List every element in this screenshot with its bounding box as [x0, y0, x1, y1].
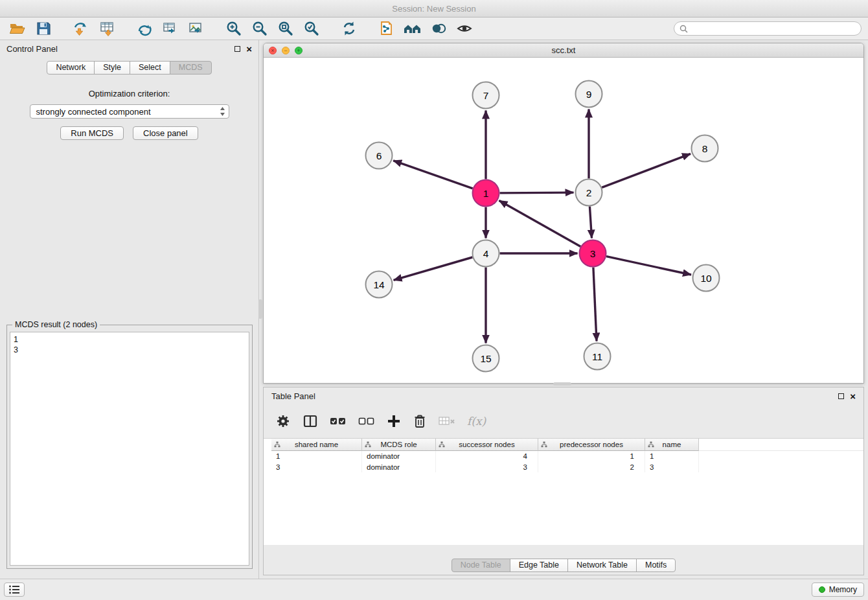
tab-network[interactable]: Network [47, 61, 95, 75]
zoom-window-icon[interactable]: + [295, 47, 303, 54]
graph-edge-1-2[interactable] [500, 192, 574, 193]
svg-text:2: 2 [586, 187, 592, 198]
zoom-in-icon[interactable] [223, 19, 245, 38]
graph-node-3[interactable]: 3 [580, 240, 606, 267]
network-file-icon[interactable] [376, 19, 398, 38]
column-header-shared-name[interactable]: shared name [271, 439, 362, 451]
delete-column-icon[interactable] [413, 413, 427, 429]
mcds-result-text[interactable]: 1 3 [10, 332, 249, 566]
import-table-icon[interactable] [96, 19, 118, 38]
network-view-window: scc.txt × − + 7968124314101511 [263, 43, 864, 384]
cell-MCDS-role[interactable]: dominator [362, 451, 436, 462]
svg-text:8: 8 [702, 143, 708, 154]
memory-button[interactable]: Memory [812, 583, 864, 597]
search-input[interactable] [691, 24, 856, 33]
mcds-result-box: MCDS result (2 nodes) 1 3 [6, 320, 253, 569]
open-file-icon[interactable] [6, 19, 29, 38]
save-session-icon[interactable] [32, 19, 54, 38]
optimization-dropdown[interactable]: strongly connected component [30, 104, 229, 119]
table-row[interactable]: 1dominator411 [271, 451, 863, 462]
graph-edge-3-10[interactable] [606, 257, 691, 275]
tab-mcds[interactable]: MCDS [170, 61, 212, 75]
network-canvas[interactable]: 7968124314101511 [264, 58, 863, 383]
table-panel-header: Table Panel × [264, 387, 863, 404]
vertical-splitter-handle[interactable] [258, 299, 262, 319]
control-panel-title: Control Panel [6, 44, 58, 54]
svg-text:3: 3 [590, 248, 596, 259]
graph-edge-3-11[interactable] [593, 268, 597, 341]
zoom-selected-icon[interactable] [301, 19, 323, 38]
control-panel-tabs: NetworkStyleSelectMCDS [0, 61, 258, 75]
graph-node-4[interactable]: 4 [473, 240, 499, 267]
cell-predecessor-nodes[interactable]: 2 [538, 462, 645, 473]
tab-motifs[interactable]: Motifs [636, 559, 676, 572]
close-window-icon[interactable]: × [269, 47, 277, 54]
task-history-button[interactable] [4, 583, 25, 597]
cell-predecessor-nodes[interactable]: 1 [538, 451, 645, 462]
graph-node-14[interactable]: 14 [366, 271, 393, 298]
search-box[interactable] [674, 21, 862, 36]
zoom-fit-icon[interactable] [275, 19, 297, 38]
tab-node-table[interactable]: Node Table [451, 559, 510, 572]
cell-name[interactable]: 1 [645, 451, 699, 462]
cell-MCDS-role[interactable]: dominator [362, 462, 436, 473]
deselect-all-columns-icon[interactable] [358, 415, 375, 427]
tab-network-table[interactable]: Network Table [567, 559, 637, 572]
column-header-successor-nodes[interactable]: successor nodes [436, 439, 538, 451]
tab-edge-table[interactable]: Edge Table [510, 559, 568, 572]
minimize-window-icon[interactable]: − [282, 47, 290, 54]
graph-node-8[interactable]: 8 [692, 135, 718, 162]
graph-edge-2-8[interactable] [602, 154, 691, 187]
memory-status-icon [819, 586, 825, 593]
column-header-MCDS-role[interactable]: MCDS role [362, 439, 436, 451]
close-panel-icon[interactable]: × [246, 44, 252, 54]
column-header-name[interactable]: name [645, 439, 699, 451]
tab-style[interactable]: Style [94, 61, 130, 75]
graph-node-10[interactable]: 10 [693, 265, 720, 292]
graph-node-2[interactable]: 2 [576, 179, 602, 206]
show-columns-icon[interactable] [303, 413, 318, 429]
float-panel-icon[interactable] [234, 46, 240, 52]
import-network-icon[interactable] [70, 19, 92, 38]
memory-label: Memory [829, 585, 857, 594]
close-panel-button[interactable]: Close panel [133, 126, 198, 140]
horizontal-splitter-handle[interactable] [553, 382, 571, 386]
cell-successor-nodes[interactable]: 3 [436, 462, 538, 473]
first-neighbors-icon[interactable] [402, 19, 424, 38]
graph-node-6[interactable]: 6 [366, 143, 393, 169]
add-column-icon[interactable] [387, 414, 401, 428]
close-table-panel-icon[interactable]: × [850, 391, 856, 401]
column-header-predecessor-nodes[interactable]: predecessor nodes [538, 439, 645, 451]
table-row[interactable]: 3dominator323 [271, 462, 863, 473]
graph-edge-1-6[interactable] [393, 161, 473, 189]
status-bar: Memory [0, 579, 868, 600]
run-mcds-button[interactable]: Run MCDS [60, 126, 124, 140]
graph-edge-2-3[interactable] [589, 207, 591, 238]
export-network-icon[interactable] [133, 19, 155, 38]
zoom-out-icon[interactable] [249, 19, 271, 38]
graph-edge-4-14[interactable] [394, 257, 473, 280]
network-window-titlebar: scc.txt × − + [264, 43, 863, 58]
export-image-icon[interactable] [185, 19, 207, 38]
visual-styles-icon[interactable] [428, 19, 450, 38]
graph-edge-3-1[interactable] [499, 201, 581, 247]
select-all-columns-icon[interactable] [330, 415, 347, 427]
graph-node-11[interactable]: 11 [584, 343, 611, 370]
graph-node-7[interactable]: 7 [473, 82, 499, 109]
graph-node-1[interactable]: 1 [473, 180, 499, 207]
cell-name[interactable]: 3 [645, 462, 699, 473]
export-table-icon[interactable] [159, 19, 181, 38]
cell-shared-name[interactable]: 1 [271, 451, 362, 462]
cell-shared-name[interactable]: 3 [271, 462, 362, 473]
float-table-panel-icon[interactable] [838, 393, 844, 399]
cell-successor-nodes[interactable]: 4 [436, 451, 538, 462]
table-settings-gear-icon[interactable] [275, 413, 291, 429]
show-graphics-details-icon[interactable] [453, 19, 475, 38]
refresh-icon[interactable] [338, 19, 360, 38]
delete-table-icon [439, 415, 455, 428]
node-table: shared nameMCDS rolesuccessor nodesprede… [264, 438, 863, 545]
graph-node-9[interactable]: 9 [576, 81, 602, 108]
control-panel-header: Control Panel × [0, 40, 258, 57]
graph-node-15[interactable]: 15 [473, 345, 499, 372]
tab-select[interactable]: Select [130, 61, 170, 75]
